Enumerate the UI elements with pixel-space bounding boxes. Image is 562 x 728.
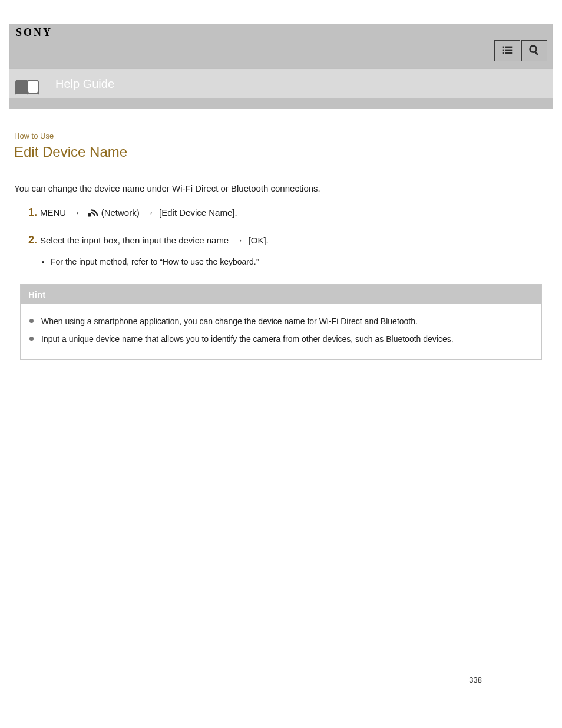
step-2: Select the input box, then input the dev… — [40, 230, 548, 269]
svg-rect-0 — [503, 46, 504, 48]
hint-box: Hint When using a smartphone application… — [20, 284, 542, 360]
search-button[interactable] — [521, 40, 547, 61]
hint-item: When using a smartphone application, you… — [39, 315, 534, 328]
step-1: MENU → (Network) → [Edit Device Name]. — [40, 203, 548, 222]
hint-heading: Hint — [21, 285, 541, 304]
step-2-line-a: Select the input box, then input the dev… — [40, 235, 231, 245]
svg-rect-8 — [28, 81, 38, 93]
top-band: SONY — [9, 24, 553, 69]
step-2-line-a-tail: [OK]. — [249, 235, 269, 245]
network-icon — [87, 206, 98, 222]
lead-paragraph: You can change the device name under Wi-… — [14, 183, 548, 193]
brand-logo: SONY — [16, 27, 52, 39]
arrow-icon: → — [71, 207, 81, 218]
svg-rect-2 — [503, 49, 504, 51]
title-bar: Help Guide — [9, 69, 553, 98]
toolbar — [494, 40, 547, 61]
svg-rect-1 — [505, 46, 512, 48]
step-2-sublist: For the input method, refer to “How to u… — [40, 255, 548, 269]
list-icon — [501, 44, 514, 58]
svg-rect-9 — [88, 213, 91, 217]
page-title: Help Guide — [55, 77, 114, 91]
grey-strip — [9, 98, 553, 109]
step-1-mid: (Network) — [101, 207, 140, 218]
svg-rect-3 — [505, 49, 512, 51]
step-1-pre: MENU — [40, 207, 66, 218]
svg-rect-4 — [503, 52, 504, 54]
hint-item: Input a unique device name that allows y… — [39, 332, 534, 345]
book-icon — [13, 77, 41, 98]
arrow-icon: → — [233, 235, 243, 246]
hint-list: When using a smartphone application, you… — [21, 304, 541, 359]
svg-rect-7 — [534, 51, 538, 55]
divider — [14, 169, 548, 169]
page-number: 338 — [469, 676, 482, 684]
step-1-post: [Edit Device Name]. — [159, 207, 237, 218]
section-heading: Edit Device Name — [14, 144, 548, 160]
arrow-icon: → — [144, 207, 154, 218]
list-button[interactable] — [494, 40, 520, 61]
step-2-sub-item: For the input method, refer to “How to u… — [51, 255, 548, 269]
search-icon — [528, 44, 541, 58]
steps-list: MENU → (Network) → [Edit Device Name]. S… — [14, 203, 548, 269]
breadcrumb: How to Use — [14, 131, 548, 140]
svg-rect-5 — [505, 52, 512, 54]
